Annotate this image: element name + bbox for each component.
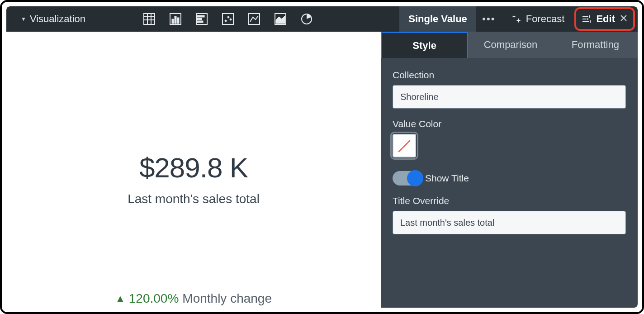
collection-label: Collection	[393, 70, 626, 81]
svg-rect-12	[197, 21, 203, 23]
forecast-button[interactable]: Forecast	[502, 13, 575, 25]
comparison-pct: 120.00%	[129, 291, 179, 306]
svg-rect-6	[172, 19, 174, 24]
show-title-toggle[interactable]	[393, 171, 422, 186]
tab-style-label: Style	[412, 40, 436, 52]
tab-formatting[interactable]: Formatting	[553, 32, 638, 58]
close-icon[interactable]	[620, 14, 628, 24]
pie-chart-icon[interactable]	[300, 12, 313, 26]
svg-rect-10	[197, 15, 204, 17]
viz-type-icons	[123, 12, 313, 26]
ellipsis-icon: •••	[482, 13, 495, 25]
single-value-tab[interactable]: Single Value	[399, 6, 476, 32]
panel-tabs: Style Comparison Formatting	[381, 32, 638, 58]
column-chart-icon[interactable]	[169, 12, 182, 26]
tab-comparison-label: Comparison	[484, 39, 538, 51]
tab-comparison[interactable]: Comparison	[468, 32, 553, 58]
visualization-dropdown[interactable]: ▼ Visualization	[6, 13, 95, 25]
sparkle-icon	[511, 14, 521, 24]
single-value-title: Last month's sales total	[128, 192, 260, 206]
single-value-number: $289.8 K	[139, 152, 248, 184]
tune-icon[interactable]	[582, 14, 592, 24]
edit-button-highlight: Edit	[574, 7, 635, 31]
svg-rect-0	[144, 14, 155, 24]
svg-rect-7	[175, 16, 176, 24]
tab-formatting-label: Formatting	[572, 39, 619, 51]
bar-chart-icon[interactable]	[195, 12, 208, 26]
collection-select[interactable]	[393, 85, 626, 109]
area-chart-icon[interactable]	[274, 12, 287, 26]
visualization-toolbar: ▼ Visualization	[6, 6, 638, 32]
forecast-label: Forecast	[526, 13, 565, 25]
svg-rect-17	[249, 14, 260, 24]
visualization-label: Visualization	[30, 13, 85, 25]
comparison-row: ▲ 120.00% Monthly change	[115, 291, 272, 306]
table-icon[interactable]	[142, 12, 156, 26]
comparison-label: Monthly change	[182, 291, 272, 306]
svg-point-14	[225, 20, 227, 22]
value-color-label: Value Color	[393, 119, 626, 129]
more-viz-types-button[interactable]: •••	[476, 6, 502, 32]
show-title-label: Show Title	[425, 173, 469, 184]
edit-side-panel: Style Comparison Formatting Collection	[381, 32, 638, 308]
edit-label[interactable]: Edit	[596, 13, 615, 25]
caret-down-icon: ▼	[21, 16, 26, 22]
title-override-input[interactable]	[393, 211, 626, 234]
tab-style[interactable]: Style	[381, 32, 468, 58]
svg-marker-19	[276, 16, 285, 24]
line-chart-icon[interactable]	[247, 12, 261, 26]
svg-rect-11	[197, 18, 202, 20]
svg-point-16	[230, 19, 232, 20]
single-value-preview: $289.8 K Last month's sales total ▲ 120.…	[6, 32, 381, 308]
svg-rect-13	[223, 14, 233, 24]
svg-rect-8	[177, 18, 179, 24]
scatter-chart-icon[interactable]	[221, 12, 235, 26]
title-override-label: Title Override	[393, 195, 626, 206]
up-triangle-icon: ▲	[115, 293, 125, 304]
svg-point-15	[227, 16, 229, 18]
single-value-label: Single Value	[408, 13, 467, 25]
value-color-swatch[interactable]	[393, 134, 416, 157]
